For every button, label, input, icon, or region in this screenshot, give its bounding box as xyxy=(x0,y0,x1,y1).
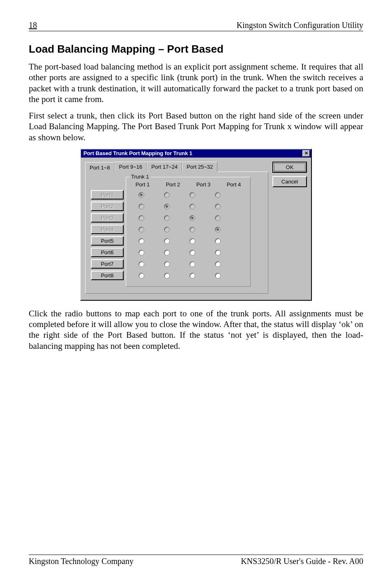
radio-cell xyxy=(180,227,205,232)
column-headers: Port 1 Port 2 Port 3 Port 4 xyxy=(129,181,248,189)
radio-cell xyxy=(205,238,231,244)
trunk-port-radio[interactable] xyxy=(189,273,195,279)
tab-port-9-16[interactable]: Port 9~16 xyxy=(115,162,147,172)
radio-cell xyxy=(154,250,180,255)
radio-cell xyxy=(205,192,231,198)
trunk-port-radio[interactable] xyxy=(138,250,144,255)
trunk-port-radio[interactable] xyxy=(189,250,195,255)
radio-cell xyxy=(154,204,180,209)
trunk-port-radio[interactable] xyxy=(215,238,221,244)
trunk-groupbox: Trunk 1 Port 1 Port 2 Port 3 Port 4 Port… xyxy=(126,177,251,287)
radio-cell xyxy=(129,261,154,267)
radio-cell xyxy=(180,261,205,267)
section-heading: Load Balancing Mapping – Port Based xyxy=(29,43,363,56)
table-row: Port3 xyxy=(129,212,248,224)
trunk-port-radio xyxy=(138,215,144,221)
page-header: 18 Kingston Switch Configuration Utility xyxy=(29,21,363,31)
port-row-button[interactable]: Port7 xyxy=(91,259,124,269)
body-paragraph: The port-based load balancing method is … xyxy=(29,61,363,104)
tab-port-25-32[interactable]: Port 25~32 xyxy=(182,162,217,172)
ok-button[interactable]: OK xyxy=(272,162,307,173)
radio-cell xyxy=(205,261,231,267)
radio-cell xyxy=(129,273,154,279)
trunk-port-radio[interactable] xyxy=(164,273,170,279)
port-row-button: Port4 xyxy=(91,225,124,234)
trunk-port-radio[interactable] xyxy=(138,273,144,279)
port-row-button[interactable]: Port6 xyxy=(91,248,124,257)
page-footer: Kingston Technology Company KNS3250/R Us… xyxy=(29,555,363,566)
radio-cell xyxy=(129,192,154,198)
trunk-port-radio[interactable] xyxy=(164,250,170,255)
trunk-port-radio xyxy=(215,192,221,198)
dialog-titlebar: Port Based Trunk Port Mapping for Trunk … xyxy=(81,149,311,158)
table-row: Port5 xyxy=(129,235,248,247)
radio-cell xyxy=(154,273,180,279)
radio-cell xyxy=(180,273,205,279)
trunk-port-radio[interactable] xyxy=(189,238,195,244)
trunk-port-radio xyxy=(215,204,221,209)
trunk-port-radio xyxy=(138,227,144,232)
port-row-button: Port1 xyxy=(91,190,124,200)
tab-panel: Trunk 1 Port 1 Port 2 Port 3 Port 4 Port… xyxy=(85,172,268,294)
col-header: Port 1 xyxy=(132,181,153,188)
trunk-port-radio[interactable] xyxy=(189,261,195,267)
port-row-button: Port3 xyxy=(91,213,124,223)
trunk-port-radio[interactable] xyxy=(164,261,170,267)
running-title: Kingston Switch Configuration Utility xyxy=(237,21,363,30)
radio-cell xyxy=(205,204,231,209)
radio-cell xyxy=(180,204,205,209)
radio-cell xyxy=(205,227,231,232)
table-row: Port4 xyxy=(129,224,248,235)
tab-port-17-24[interactable]: Port 17~24 xyxy=(147,162,182,172)
trunk-port-radio xyxy=(164,215,170,221)
tab-port-1-8[interactable]: Port 1~8 xyxy=(85,162,115,172)
trunk-port-radio xyxy=(164,227,170,232)
cancel-button[interactable]: Cancel xyxy=(272,176,307,187)
radio-cell xyxy=(205,250,231,255)
dialog-title: Port Based Trunk Port Mapping for Trunk … xyxy=(83,150,192,156)
trunk-port-radio[interactable] xyxy=(138,261,144,267)
port-row-button: Port2 xyxy=(91,202,124,211)
table-row: Port8 xyxy=(129,270,248,281)
port-row-button[interactable]: Port5 xyxy=(91,236,124,246)
tab-strip: Port 1~8 Port 9~16 Port 17~24 Port 25~32 xyxy=(85,162,268,172)
table-row: Port7 xyxy=(129,258,248,270)
close-button[interactable]: ✕ xyxy=(302,150,310,157)
radio-cell xyxy=(154,227,180,232)
rows-container: Port1Port2Port3Port4Port5Port6Port7Port8 xyxy=(129,189,248,281)
trunk-port-radio[interactable] xyxy=(215,250,221,255)
trunk-port-radio[interactable] xyxy=(138,238,144,244)
radio-cell xyxy=(129,250,154,255)
radio-cell xyxy=(129,215,154,221)
radio-cell xyxy=(129,227,154,232)
trunk-port-radio[interactable] xyxy=(215,273,221,279)
radio-cell xyxy=(180,192,205,198)
trunk-port-radio[interactable] xyxy=(215,261,221,267)
radio-cell xyxy=(180,215,205,221)
table-row: Port2 xyxy=(129,201,248,212)
table-row: Port1 xyxy=(129,189,248,201)
port-row-button[interactable]: Port8 xyxy=(91,271,124,280)
trunk-port-radio xyxy=(189,192,195,198)
body-paragraph: Click the radio buttons to map each port… xyxy=(29,308,363,351)
trunk-mapping-dialog: Port Based Trunk Port Mapping for Trunk … xyxy=(80,149,312,301)
radio-cell xyxy=(154,238,180,244)
trunk-port-radio xyxy=(138,204,144,209)
footer-right: KNS3250/R User's Guide - Rev. A00 xyxy=(241,557,363,566)
trunk-port-radio xyxy=(215,227,221,232)
trunk-port-radio xyxy=(164,204,170,209)
radio-cell xyxy=(129,204,154,209)
col-header: Port 3 xyxy=(193,181,214,188)
radio-cell xyxy=(129,238,154,244)
table-row: Port6 xyxy=(129,247,248,258)
col-header: Port 4 xyxy=(223,181,244,188)
trunk-port-radio[interactable] xyxy=(164,238,170,244)
radio-cell xyxy=(154,261,180,267)
footer-left: Kingston Technology Company xyxy=(29,557,134,566)
trunk-port-radio xyxy=(215,215,221,221)
trunk-port-radio xyxy=(189,204,195,209)
trunk-port-radio xyxy=(189,227,195,232)
group-label: Trunk 1 xyxy=(129,174,151,180)
body-paragraph: First select a trunk, then click its Por… xyxy=(29,110,363,143)
radio-cell xyxy=(205,273,231,279)
